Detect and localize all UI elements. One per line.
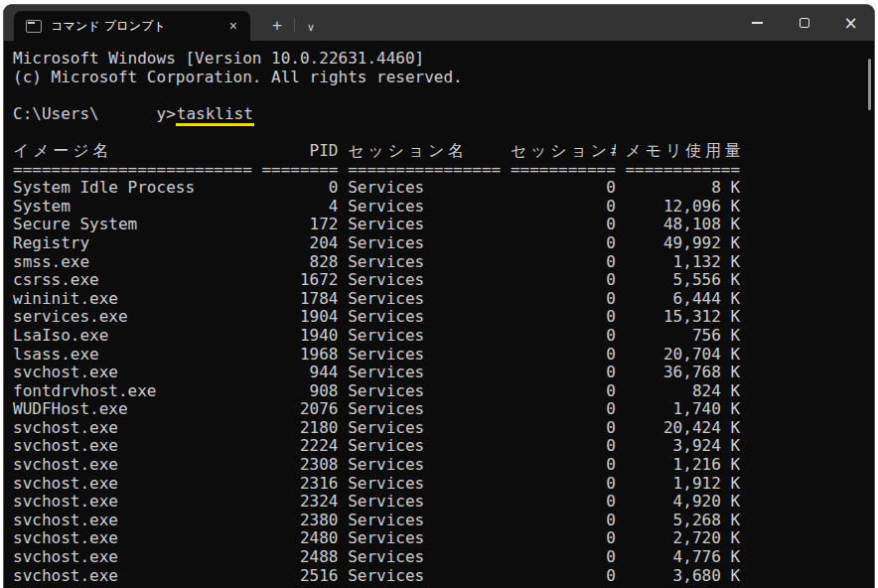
tab-dropdown-button[interactable]: ∨ — [299, 21, 323, 34]
close-button[interactable]: × — [827, 5, 874, 41]
process-mem-usage: 1,912 K — [625, 475, 740, 494]
process-row: WUDFHost.exe 2076 Services 0 1,740 K — [13, 400, 870, 419]
os-version-line: Microsoft Windows [Version 10.0.22631.44… — [13, 50, 870, 69]
process-session-name: Services — [348, 290, 501, 309]
minimize-button[interactable] — [734, 5, 781, 41]
process-pid: 172 — [261, 216, 338, 234]
process-mem-usage: 3,924 K — [625, 437, 740, 456]
process-row: csrss.exe 1672 Services 0 5,556 K — [13, 271, 870, 290]
process-pid: 1672 — [261, 271, 338, 290]
process-name: svchost.exe — [13, 419, 252, 438]
command-prompt-icon — [26, 20, 42, 33]
process-pid: 2324 — [261, 493, 338, 512]
process-mem-usage: 4,776 K — [625, 548, 740, 567]
terminal-window: コマンド プロンプト × + ∨ × Microsoft Windows [Ve… — [3, 4, 875, 588]
table-separator-row: ========================= ======== =====… — [13, 161, 870, 180]
process-session-number: 0 — [511, 253, 616, 272]
process-mem-usage: 6,444 K — [625, 290, 740, 309]
process-row: svchost.exe 2324 Services 0 4,920 K — [13, 493, 870, 512]
process-pid: 2488 — [261, 548, 338, 567]
scrollbar-thumb[interactable] — [868, 59, 871, 110]
process-name: smss.exe — [13, 253, 252, 272]
process-session-number: 0 — [511, 308, 616, 327]
process-session-number: 0 — [511, 400, 616, 419]
process-session-name: Services — [348, 234, 501, 253]
blank-line — [13, 86, 870, 105]
process-row: smss.exe 828 Services 0 1,132 K — [13, 253, 870, 272]
process-name: svchost.exe — [13, 475, 252, 494]
process-mem-usage: 1,740 K — [625, 400, 740, 419]
process-session-name: Services — [348, 400, 501, 419]
process-session-name: Services — [348, 456, 501, 475]
process-pid: 2480 — [261, 529, 338, 548]
process-pid: 1940 — [261, 327, 338, 346]
process-mem-usage: 756 K — [625, 327, 740, 346]
process-pid: 2224 — [261, 437, 338, 456]
prompt-path: C:\Users\ — [13, 104, 99, 123]
maximize-button[interactable] — [781, 5, 827, 41]
process-row: svchost.exe 944 Services 0 36,768 K — [13, 364, 870, 382]
process-row: services.exe 1904 Services 0 15,312 K — [13, 308, 870, 327]
column-separator: ============ — [625, 161, 740, 180]
process-row: System Idle Process 0 Services 0 8 K — [13, 179, 870, 198]
process-session-number: 0 — [511, 493, 616, 512]
process-name: LsaIso.exe — [13, 327, 252, 346]
process-session-name: Services — [348, 308, 501, 327]
process-session-number: 0 — [511, 364, 616, 382]
process-session-number: 0 — [511, 437, 616, 456]
process-pid: 1968 — [261, 346, 338, 365]
process-session-number: 0 — [511, 346, 616, 365]
terminal-viewport[interactable]: Microsoft Windows [Version 10.0.22631.44… — [4, 41, 874, 588]
process-pid: 1904 — [261, 308, 338, 327]
process-mem-usage: 4,920 K — [625, 493, 740, 512]
prompt-redacted-user — [99, 104, 157, 123]
process-pid: 4 — [261, 198, 338, 217]
process-session-name: Services — [348, 493, 501, 512]
process-session-number: 0 — [511, 512, 616, 530]
tab-command-prompt[interactable]: コマンド プロンプト × — [14, 11, 250, 41]
header-session-name: セッション名 — [348, 142, 501, 161]
process-mem-usage: 48,108 K — [625, 216, 740, 234]
process-pid: 2180 — [261, 419, 338, 438]
tabbar-divider — [294, 18, 295, 32]
process-session-number: 0 — [511, 567, 616, 586]
process-session-name: Services — [348, 437, 501, 456]
process-name: svchost.exe — [13, 567, 252, 586]
minimize-icon — [752, 22, 763, 24]
plus-icon: + — [272, 16, 282, 35]
process-session-name: Services — [348, 529, 501, 548]
process-session-number: 0 — [511, 327, 616, 346]
chevron-down-icon: ∨ — [307, 21, 315, 33]
process-pid: 908 — [261, 382, 338, 401]
process-session-name: Services — [348, 198, 501, 217]
process-row: svchost.exe 2516 Services 0 3,680 K — [13, 567, 870, 586]
header-image-name: イメージ名 — [13, 142, 252, 161]
process-mem-usage: 2,720 K — [625, 529, 740, 548]
process-row: svchost.exe 2316 Services 0 1,912 K — [13, 475, 870, 494]
table-header-row: イメージ名 PID セッション名 セッション# メモリ使用量 — [13, 142, 870, 161]
process-mem-usage: 1,216 K — [625, 456, 740, 475]
process-pid: 1784 — [261, 290, 338, 309]
process-name: lsass.exe — [13, 346, 252, 365]
process-session-number: 0 — [511, 179, 616, 198]
process-name: svchost.exe — [13, 493, 252, 512]
header-session-number: セッション# — [511, 142, 616, 161]
process-mem-usage: 20,704 K — [625, 346, 740, 365]
process-row: svchost.exe 2488 Services 0 4,776 K — [13, 548, 870, 567]
column-separator: ========================= — [13, 161, 252, 180]
process-row: svchost.exe 2480 Services 0 2,720 K — [13, 529, 870, 548]
process-session-number: 0 — [511, 475, 616, 494]
process-pid: 2308 — [261, 456, 338, 475]
tab-close-button[interactable]: × — [224, 17, 242, 35]
command-text: tasklist — [176, 104, 254, 126]
new-tab-button[interactable]: + — [266, 16, 288, 36]
process-row: svchost.exe 2308 Services 0 1,216 K — [13, 456, 870, 475]
column-separator: ================ — [348, 161, 501, 180]
process-session-name: Services — [348, 327, 501, 346]
process-row: LsaIso.exe 1940 Services 0 756 K — [13, 327, 870, 346]
process-session-number: 0 — [511, 529, 616, 548]
process-session-name: Services — [348, 253, 501, 272]
process-mem-usage: 36,768 K — [625, 364, 740, 382]
process-session-name: Services — [348, 475, 501, 494]
process-name: WUDFHost.exe — [13, 400, 252, 419]
